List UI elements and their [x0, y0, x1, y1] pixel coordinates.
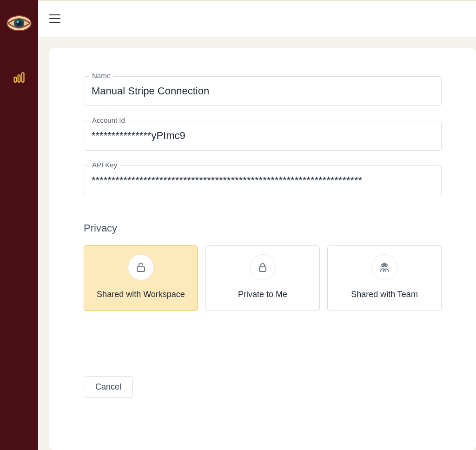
unlock-icon — [135, 262, 146, 273]
privacy-label-team: Shared with Team — [332, 290, 436, 299]
account-id-label: Account Id — [89, 116, 128, 124]
sidebar — [0, 0, 38, 450]
form-actions: Cancel — [84, 376, 442, 398]
name-field-group: Name — [84, 76, 442, 106]
api-key-field-group: API Key — [84, 165, 442, 195]
svg-point-4 — [17, 21, 19, 23]
privacy-options: Shared with Workspace Private to Me — [84, 245, 442, 311]
group-icon — [378, 261, 390, 273]
main-area: Name Account Id API Key Privacy — [38, 0, 476, 450]
api-key-label: API Key — [89, 161, 120, 169]
privacy-option-workspace[interactable]: Shared with Workspace — [84, 245, 198, 311]
content-wrapper: Name Account Id API Key Privacy — [38, 37, 476, 450]
header — [38, 0, 476, 37]
unlock-icon-circle — [128, 254, 154, 280]
lock-icon-circle — [250, 254, 276, 280]
cancel-button[interactable]: Cancel — [84, 376, 133, 398]
name-label: Name — [89, 72, 113, 79]
privacy-option-private[interactable]: Private to Me — [205, 245, 320, 311]
svg-rect-9 — [259, 267, 266, 271]
svg-rect-7 — [22, 73, 24, 82]
svg-rect-6 — [18, 75, 20, 82]
name-input[interactable] — [84, 76, 442, 106]
bar-chart-icon — [13, 71, 26, 84]
account-id-input[interactable] — [84, 121, 442, 151]
privacy-label-workspace: Shared with Workspace — [89, 290, 193, 299]
account-id-field-group: Account Id — [84, 121, 442, 151]
sidebar-item-analytics[interactable] — [12, 70, 26, 85]
privacy-option-team[interactable]: Shared with Team — [327, 245, 442, 311]
svg-rect-5 — [14, 77, 17, 82]
privacy-label-private: Private to Me — [211, 290, 315, 299]
menu-toggle[interactable] — [49, 14, 60, 23]
api-key-input[interactable] — [84, 165, 442, 195]
privacy-section-title: Privacy — [84, 222, 442, 234]
app-logo — [6, 14, 32, 33]
lock-icon — [257, 262, 268, 273]
svg-rect-8 — [137, 267, 145, 271]
form-card: Name Account Id API Key Privacy — [49, 48, 476, 450]
group-icon-circle — [371, 254, 397, 280]
